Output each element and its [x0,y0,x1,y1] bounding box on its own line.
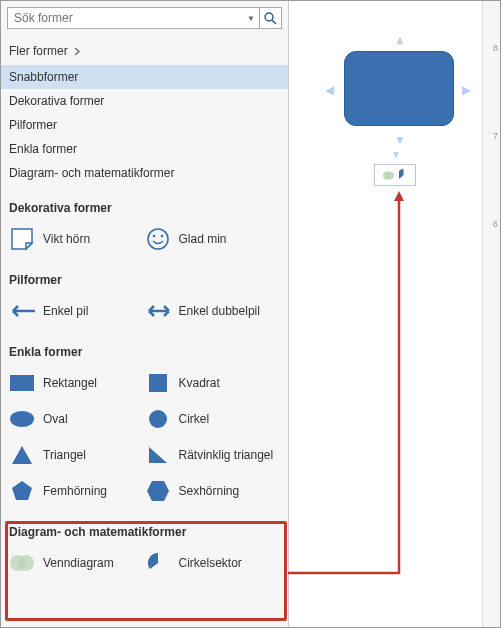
autoconnect-down2-icon[interactable]: ▼ [391,149,401,160]
vertical-ruler: 8 7 6 [482,1,500,627]
svg-rect-6 [149,374,167,392]
double-arrow-icon [145,298,171,324]
svg-point-3 [152,235,155,238]
shape-rektangel[interactable]: Rektangel [9,365,145,401]
arrow-left-icon [9,298,35,324]
shape-ratvinklig-triangel[interactable]: Rätvinklig triangel [145,437,281,473]
right-triangle-icon [145,442,171,468]
category-nav: Fler former Snabbformer Dekorativa forme… [1,39,288,185]
section-dekorativa: Dekorativa former Vikt hörn Glad min [1,185,288,257]
nav-dekorativa[interactable]: Dekorativa former [1,89,288,113]
shape-vikt-horn[interactable]: Vikt hörn [9,221,145,257]
svg-point-12 [386,171,394,179]
search-button[interactable] [259,7,281,29]
pentagon-icon [9,478,35,504]
pie-mini-icon [399,169,408,181]
shape-kvadrat[interactable]: Kvadrat [145,365,281,401]
svg-rect-5 [10,375,34,391]
shape-oval[interactable]: Oval [9,401,145,437]
section-enkla: Enkla former Rektangel Kvadrat Oval Cirk… [1,329,288,509]
venn-mini-icon [383,170,394,181]
more-shapes-label: Fler former [9,44,68,58]
section-title: Enkla former [9,345,280,359]
triangle-icon [9,442,35,468]
canvas-shape-rounded-rect[interactable] [344,51,454,126]
more-shapes[interactable]: Fler former [1,39,288,63]
hexagon-icon [145,478,171,504]
nav-pilformer[interactable]: Pilformer [1,113,288,137]
shape-enkel-dubbelpil[interactable]: Enkel dubbelpil [145,293,281,329]
autoconnect-right-icon[interactable]: ▶ [462,83,471,97]
drawing-canvas[interactable]: 8 7 6 ▲ ◀ ▶ ▼ ▼ [289,1,500,627]
shape-sexhorning[interactable]: Sexhörning [145,473,281,509]
smiley-icon [145,226,171,252]
svg-point-7 [10,411,34,427]
shape-femhorning[interactable]: Femhörning [9,473,145,509]
svg-point-8 [149,410,167,428]
svg-point-0 [265,13,273,21]
dropdown-icon[interactable]: ▼ [243,14,259,23]
nav-snabbformer[interactable]: Snabbformer [1,65,288,89]
folded-corner-icon [9,226,35,252]
shape-glad-min[interactable]: Glad min [145,221,281,257]
mini-shapes-flyout[interactable] [374,164,416,186]
section-title: Dekorativa former [9,201,280,215]
callout-highlight [5,521,287,621]
svg-point-2 [148,229,168,249]
autoconnect-left-icon[interactable]: ◀ [325,83,334,97]
nav-diagram[interactable]: Diagram- och matematikformer [1,161,288,185]
shape-triangel[interactable]: Triangel [9,437,145,473]
svg-point-4 [160,235,163,238]
circle-icon [145,406,171,432]
svg-line-1 [272,20,276,24]
nav-enkla[interactable]: Enkla former [1,137,288,161]
section-title: Pilformer [9,273,280,287]
search-icon [264,12,277,25]
section-pilformer: Pilformer Enkel pil Enkel dubbelpil [1,257,288,329]
shape-enkel-pil[interactable]: Enkel pil [9,293,145,329]
autoconnect-down-icon[interactable]: ▼ [394,133,406,147]
oval-icon [9,406,35,432]
shape-cirkel[interactable]: Cirkel [145,401,281,437]
chevron-right-icon [74,47,81,56]
search-input[interactable] [8,11,243,25]
rectangle-icon [9,370,35,396]
search-box[interactable]: ▼ [7,7,282,29]
autoconnect-up-icon[interactable]: ▲ [394,33,406,47]
square-icon [145,370,171,396]
